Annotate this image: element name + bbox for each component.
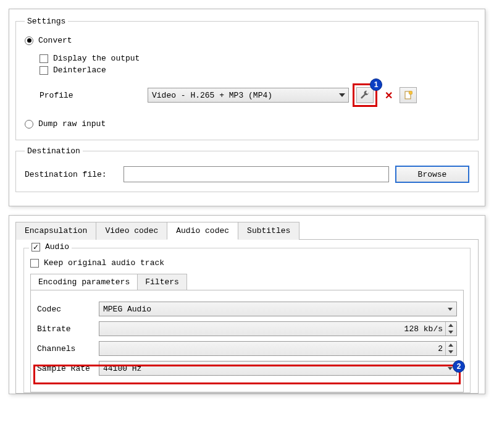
settings-legend: Settings xyxy=(25,17,68,26)
bitrate-value: 128 kb/s xyxy=(404,324,443,334)
convert-radio[interactable] xyxy=(25,36,33,45)
subtab-encoding[interactable]: Encoding parameters xyxy=(30,274,138,290)
dump-raw-label: Dump raw input xyxy=(38,119,106,129)
deinterlace-label: Deinterlace xyxy=(53,66,106,75)
svg-point-1 xyxy=(409,91,412,95)
encoding-params-body: Codec MPEG Audio Bitrate 128 kb/s xyxy=(30,290,464,392)
convert-radio-row[interactable]: Convert xyxy=(25,36,469,45)
samplerate-label: Sample Rate xyxy=(37,364,99,373)
samplerate-dropdown[interactable]: 44100 Hz xyxy=(99,361,457,376)
destination-legend: Destination xyxy=(25,146,83,156)
samplerate-row: Sample Rate 44100 Hz xyxy=(37,361,457,376)
tab-encapsulation[interactable]: Encapsulation xyxy=(15,222,96,240)
chevron-down-icon xyxy=(445,302,455,316)
tab-audio-codec[interactable]: Audio codec xyxy=(167,222,238,240)
arrow-down-icon[interactable] xyxy=(446,349,455,355)
new-profile-button[interactable] xyxy=(400,87,417,103)
profile-tabs: Encapsulation Video codec Audio codec Su… xyxy=(15,221,479,240)
deinterlace-checkbox[interactable] xyxy=(40,66,48,75)
channels-row: Channels 2 xyxy=(37,341,457,356)
chevron-down-icon xyxy=(337,88,347,102)
bitrate-row: Bitrate 128 kb/s xyxy=(37,321,457,336)
codec-value: MPEG Audio xyxy=(103,305,151,314)
profile-value: Video - H.265 + MP3 (MP4) xyxy=(152,91,272,100)
deinterlace-row[interactable]: Deinterlace xyxy=(40,66,469,75)
codec-row: Codec MPEG Audio xyxy=(37,302,457,316)
tab-subtitles[interactable]: Subtitles xyxy=(238,222,299,240)
edit-profile-button[interactable] xyxy=(356,87,374,103)
settings-fieldset: Settings Convert Display the output Dein… xyxy=(15,17,479,140)
profile-editor-panel: Encapsulation Video codec Audio codec Su… xyxy=(9,215,485,394)
wrench-icon xyxy=(360,90,370,100)
close-icon: ✕ xyxy=(385,90,393,101)
audio-checkbox-row[interactable]: Audio xyxy=(29,242,72,251)
audio-checkbox[interactable] xyxy=(31,243,40,251)
delete-profile-button[interactable]: ✕ xyxy=(380,87,397,103)
chevron-down-icon xyxy=(445,361,455,375)
browse-label: Browse xyxy=(418,170,447,179)
channels-spinner-buttons[interactable] xyxy=(445,342,455,355)
audio-label: Audio xyxy=(45,242,69,251)
convert-label: Convert xyxy=(38,36,72,45)
new-file-icon xyxy=(404,91,412,99)
dump-raw-radio[interactable] xyxy=(25,120,33,129)
profile-dropdown[interactable]: Video - H.265 + MP3 (MP4) xyxy=(148,88,349,103)
convert-panel: Settings Convert Display the output Dein… xyxy=(9,9,485,206)
annotation-highlight-1: 1 xyxy=(353,83,377,107)
display-output-label: Display the output xyxy=(53,54,140,63)
profile-label: Profile xyxy=(40,91,148,100)
channels-value: 2 xyxy=(438,344,443,353)
bitrate-label: Bitrate xyxy=(37,324,99,334)
destination-fieldset: Destination Destination file: Browse xyxy=(15,146,479,192)
keep-original-label: Keep original audio track xyxy=(44,258,164,268)
codec-label: Codec xyxy=(37,305,99,314)
arrow-up-icon[interactable] xyxy=(446,342,455,349)
destination-file-label: Destination file: xyxy=(25,170,124,179)
channels-label: Channels xyxy=(37,344,99,353)
annotation-badge-1: 1 xyxy=(370,78,382,91)
profile-row: Profile Video - H.265 + MP3 (MP4) 1 ✕ xyxy=(40,83,469,107)
audio-subtabs: Encoding parameters Filters xyxy=(30,274,464,290)
tab-video-codec[interactable]: Video codec xyxy=(96,222,167,240)
keep-original-checkbox[interactable] xyxy=(30,259,39,268)
channels-spinner[interactable]: 2 xyxy=(99,341,457,356)
bitrate-spinner[interactable]: 128 kb/s xyxy=(99,321,457,336)
arrow-down-icon[interactable] xyxy=(446,329,455,336)
codec-dropdown[interactable]: MPEG Audio xyxy=(99,302,457,316)
audio-group: Audio Keep original audio track Encoding… xyxy=(23,248,471,393)
bitrate-spinner-buttons[interactable] xyxy=(445,322,455,336)
keep-original-row[interactable]: Keep original audio track xyxy=(30,258,464,268)
audio-codec-tab-body: Audio Keep original audio track Encoding… xyxy=(15,239,479,394)
display-output-checkbox[interactable] xyxy=(40,54,48,63)
destination-file-input[interactable] xyxy=(124,166,389,182)
display-output-row[interactable]: Display the output xyxy=(40,54,469,63)
samplerate-value: 44100 Hz xyxy=(103,364,141,373)
subtab-filters[interactable]: Filters xyxy=(137,274,187,290)
arrow-up-icon[interactable] xyxy=(446,322,455,329)
browse-button[interactable]: Browse xyxy=(395,166,469,183)
dump-raw-row[interactable]: Dump raw input xyxy=(25,119,469,129)
destination-row: Destination file: Browse xyxy=(25,166,469,183)
